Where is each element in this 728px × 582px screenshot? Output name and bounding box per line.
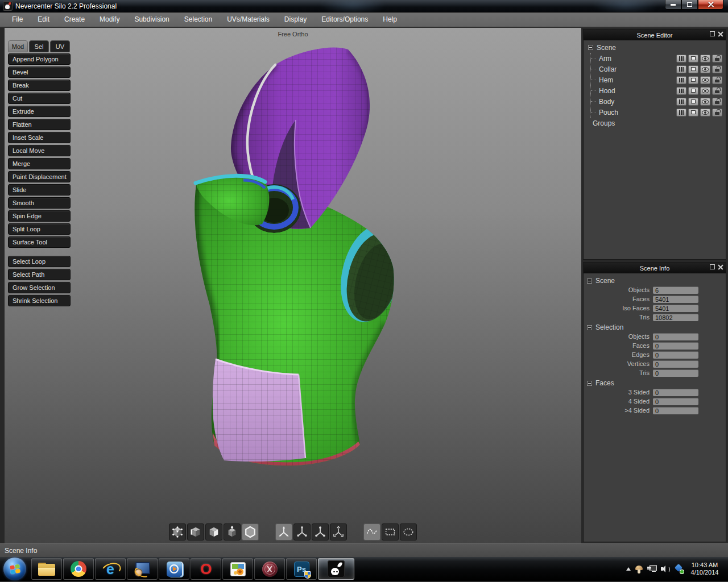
taskbar-photoshop[interactable]: Ps (286, 558, 317, 580)
menu-modify[interactable]: Modify (92, 13, 127, 27)
info-section-scene[interactable]: Scene (586, 276, 723, 285)
tool-button-smooth[interactable]: Smooth (8, 197, 71, 209)
collapse-icon[interactable] (587, 278, 592, 284)
network-icon[interactable] (647, 565, 657, 573)
tool-button-extrude[interactable]: Extrude (8, 106, 71, 117)
material-button[interactable] (688, 98, 698, 106)
panel-maximize-icon[interactable] (710, 31, 715, 36)
volume-icon[interactable] (661, 565, 671, 573)
scene-object-row-hood[interactable]: Hood (591, 85, 723, 96)
lock-button[interactable] (712, 87, 722, 95)
tool-button-surface-tool[interactable]: Surface Tool (8, 236, 71, 248)
tool-button-shrink-selection[interactable]: Shrink Selection (8, 295, 71, 306)
taskbar-remote-user[interactable] (127, 558, 158, 580)
lock-button[interactable] (712, 65, 722, 73)
tool-button-spin-edge[interactable]: Spin Edge (8, 210, 71, 222)
menu-file[interactable]: File (5, 13, 30, 27)
tool-button-inset-scale[interactable]: Inset Scale (8, 132, 71, 143)
clock[interactable]: 10:43 AM 4/10/2014 (687, 562, 722, 576)
groups-node[interactable]: Groups (586, 118, 723, 128)
ball-manipulator-button[interactable] (312, 523, 329, 541)
scene-object-row-arm[interactable]: Arm (591, 53, 723, 64)
lock-button[interactable] (712, 98, 722, 106)
tool-button-flatten[interactable]: Flatten (8, 119, 71, 130)
menu-selection[interactable]: Selection (177, 13, 220, 27)
visibility-button[interactable] (700, 55, 710, 63)
scene-editor-header[interactable]: Scene Editor (584, 30, 726, 40)
viewport-3d[interactable]: Free Ortho Mod Sel UV Append Polygon Bev… (5, 28, 581, 543)
tool-button-local-move[interactable]: Local Move (8, 145, 71, 156)
minimize-button[interactable] (665, 0, 681, 10)
panel-maximize-icon[interactable] (710, 264, 715, 269)
visibility-button[interactable] (700, 109, 710, 117)
tool-button-paint-displacement[interactable]: Paint Displacement (8, 171, 71, 182)
taskbar-chrome[interactable] (63, 558, 94, 580)
collapse-icon[interactable] (588, 45, 593, 50)
menu-help[interactable]: Help (375, 13, 404, 27)
scene-info-header[interactable]: Scene Info (584, 263, 726, 273)
rect-select-button[interactable] (382, 523, 399, 541)
material-button[interactable] (688, 55, 698, 63)
title-bar[interactable]: Nevercenter Silo 2.2 Professional (0, 0, 728, 13)
material-button[interactable] (688, 87, 698, 95)
collapse-icon[interactable] (587, 381, 592, 386)
taskbar-opera[interactable]: O (191, 558, 221, 580)
lock-button[interactable] (712, 76, 722, 84)
menu-display[interactable]: Display (277, 13, 314, 27)
tool-button-select-path[interactable]: Select Path (8, 269, 71, 280)
display-mode-button[interactable] (676, 65, 686, 73)
taskbar-photo-gallery[interactable] (222, 558, 253, 580)
lock-button[interactable] (712, 55, 722, 63)
visibility-button[interactable] (700, 87, 710, 95)
menu-editors-options[interactable]: Editors/Options (314, 13, 375, 27)
taskbar-silo-active[interactable] (318, 558, 354, 580)
display-mode-button[interactable] (676, 87, 686, 95)
face-mode-button[interactable] (205, 523, 222, 541)
display-mode-button[interactable] (676, 55, 686, 63)
menu-subdivision[interactable]: Subdivision (127, 13, 176, 27)
close-button[interactable] (698, 0, 723, 10)
tool-button-slide[interactable]: Slide (8, 184, 71, 196)
display-mode-button[interactable] (676, 76, 686, 84)
scene-object-row-collar[interactable]: Collar (591, 64, 723, 74)
taskbar-internet-explorer[interactable]: e (95, 558, 126, 580)
menu-create[interactable]: Create (57, 13, 92, 27)
tab-uv[interactable]: UV (50, 40, 70, 52)
viewport-3d-model[interactable] (5, 28, 581, 543)
lock-button[interactable] (712, 109, 722, 117)
display-mode-button[interactable] (676, 98, 686, 106)
tool-button-grow-selection[interactable]: Grow Selection (8, 282, 71, 293)
scene-object-row-hem[interactable]: Hem (591, 74, 723, 85)
visibility-button[interactable] (700, 98, 710, 106)
restore-button[interactable] (681, 0, 698, 10)
material-button[interactable] (688, 76, 698, 84)
tool-button-split-loop[interactable]: Split Loop (8, 223, 71, 235)
menu-edit[interactable]: Edit (30, 13, 57, 27)
material-button[interactable] (688, 109, 698, 117)
panel-close-icon[interactable] (718, 31, 723, 37)
taskbar-windows-explorer[interactable] (31, 558, 62, 580)
info-section-selection[interactable]: Selection (586, 323, 723, 332)
edge-mode-button[interactable] (187, 523, 204, 541)
vertex-mode-button[interactable] (169, 523, 186, 541)
tab-sel[interactable]: Sel (29, 40, 49, 52)
tool-button-bevel[interactable]: Bevel (8, 66, 71, 78)
collapse-icon[interactable] (587, 325, 592, 330)
show-hidden-icons-button[interactable] (626, 567, 631, 571)
dropbox-icon[interactable] (675, 565, 683, 573)
start-button[interactable] (3, 558, 26, 580)
tool-button-append-polygon[interactable]: Append Polygon (8, 53, 71, 65)
tray-app-icon[interactable] (635, 565, 643, 573)
move-manipulator-button[interactable] (275, 523, 292, 541)
tool-button-select-loop[interactable]: Select Loop (8, 256, 71, 267)
ellipse-select-button[interactable] (400, 523, 417, 541)
object-mode-button[interactable] (224, 523, 241, 541)
scene-root-node[interactable]: Scene (586, 42, 723, 53)
scale-manipulator-button[interactable] (293, 523, 311, 541)
material-button[interactable] (688, 65, 698, 73)
info-section-faces[interactable]: Faces (586, 379, 723, 388)
taskbar-vitruvian-app[interactable] (254, 558, 285, 580)
taskbar-windows-media-player[interactable] (159, 558, 189, 580)
tool-button-merge[interactable]: Merge (8, 158, 71, 169)
panel-close-icon[interactable] (718, 264, 723, 270)
